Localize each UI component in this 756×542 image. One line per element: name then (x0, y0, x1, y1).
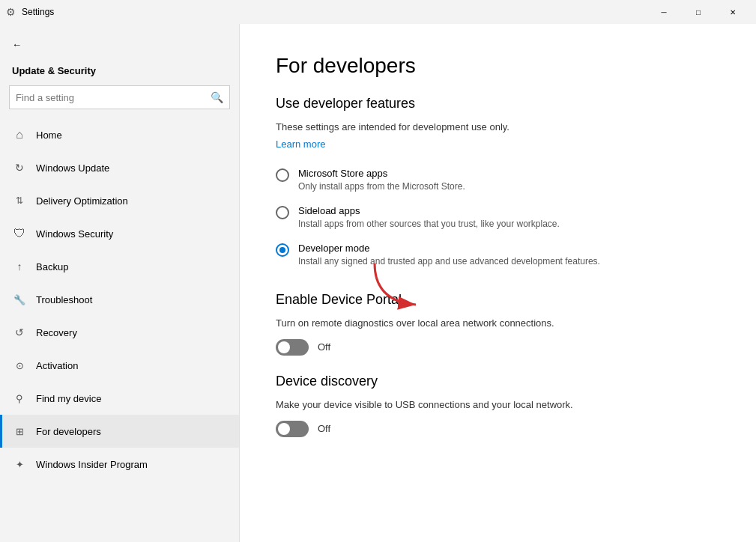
sidebar-item-windows-update[interactable]: ↻ Windows Update (0, 151, 239, 184)
radio-sublabel-ms-store: Only install apps from the Microsoft Sto… (298, 180, 465, 193)
sidebar-item-label: Activation (36, 360, 78, 371)
radio-text-ms-store: Microsoft Store apps Only install apps f… (298, 168, 465, 193)
backup-icon: ↑ (12, 259, 27, 274)
device-discovery-description: Make your device visible to USB connecti… (276, 398, 720, 412)
page-title: For developers (276, 54, 720, 78)
minimize-button[interactable]: ─ (647, 0, 681, 24)
radio-sublabel-developer-mode: Install any signed and trusted app and u… (298, 255, 600, 268)
sidebar-item-label: Find my device (36, 393, 101, 404)
sidebar: ← Update & Security 🔍 ⌂ Home ↻ Windows U… (0, 24, 240, 542)
sidebar-item-label: Delivery Optimization (36, 195, 128, 207)
device-discovery-toggle-row: Off (276, 421, 720, 437)
developer-description: These settings are intended for developm… (276, 121, 720, 134)
sidebar-item-label: Troubleshoot (36, 294, 92, 305)
sidebar-item-windows-insider[interactable]: ✦ Windows Insider Program (0, 448, 239, 481)
app-body: ← Update & Security 🔍 ⌂ Home ↻ Windows U… (0, 24, 756, 542)
settings-icon: ⚙ (6, 6, 16, 18)
radio-group: Microsoft Store apps Only install apps f… (276, 168, 720, 267)
finddevice-icon: ⚲ (12, 391, 27, 406)
window-controls: ─ □ ✕ (647, 0, 750, 24)
shield-icon: 🛡 (12, 226, 27, 241)
recovery-icon: ↺ (12, 325, 27, 340)
update-icon: ↻ (12, 160, 27, 175)
sidebar-item-label: Windows Insider Program (36, 459, 148, 470)
sidebar-item-recovery[interactable]: ↺ Recovery (0, 316, 239, 349)
sidebar-item-label: For developers (36, 426, 101, 437)
device-discovery-toggle-label: Off (318, 423, 330, 434)
device-portal-description: Turn on remote diagnostics over local ar… (276, 317, 720, 330)
radio-text-sideload: Sideload apps Install apps from other so… (298, 205, 560, 231)
sidebar-item-troubleshoot[interactable]: 🔧 Troubleshoot (0, 283, 239, 316)
sidebar-item-activation[interactable]: ⊙ Activation (0, 349, 239, 382)
device-portal-title: Enable Device Portal (276, 292, 720, 308)
sidebar-section-title: Update & Security (0, 59, 239, 85)
sidebar-header: ← (0, 24, 239, 59)
close-button[interactable]: ✕ (716, 0, 750, 24)
radio-sublabel-sideload: Install apps from other sources that you… (298, 218, 560, 231)
device-portal-toggle[interactable] (276, 339, 309, 356)
use-developer-features-title: Use developer features (276, 96, 720, 112)
search-input[interactable] (16, 92, 211, 103)
radio-item-ms-store[interactable]: Microsoft Store apps Only install apps f… (276, 168, 720, 193)
home-icon: ⌂ (12, 127, 27, 142)
insider-icon: ✦ (12, 457, 27, 472)
radio-item-developer-mode[interactable]: Developer mode Install any signed and tr… (276, 243, 720, 268)
developers-icon: ⊞ (12, 424, 27, 439)
learn-more-link[interactable]: Learn more (276, 138, 325, 150)
titlebar-title: Settings (22, 7, 54, 17)
troubleshoot-icon: 🔧 (12, 292, 27, 307)
radio-circle-sideload (276, 206, 289, 219)
sidebar-item-find-my-device[interactable]: ⚲ Find my device (0, 382, 239, 415)
activation-icon: ⊙ (12, 358, 27, 373)
main-content: For developers Use developer features Th… (240, 24, 756, 542)
maximize-button[interactable]: □ (681, 0, 716, 24)
radio-label-ms-store: Microsoft Store apps (298, 168, 465, 179)
titlebar: ⚙ Settings ─ □ ✕ (0, 0, 756, 24)
delivery-icon: ⇅ (12, 193, 27, 208)
sidebar-item-for-developers[interactable]: ⊞ For developers (0, 415, 239, 448)
sidebar-item-windows-security[interactable]: 🛡 Windows Security (0, 217, 239, 250)
device-discovery-toggle[interactable] (276, 421, 309, 437)
sidebar-item-backup[interactable]: ↑ Backup (0, 250, 239, 283)
radio-text-developer-mode: Developer mode Install any signed and tr… (298, 243, 600, 268)
sidebar-item-label: Recovery (36, 327, 77, 338)
sidebar-item-home[interactable]: ⌂ Home (0, 118, 239, 151)
back-button[interactable]: ← (12, 36, 22, 53)
device-discovery-title: Device discovery (276, 374, 720, 389)
radio-item-sideload[interactable]: Sideload apps Install apps from other so… (276, 205, 720, 231)
sidebar-item-label: Home (36, 130, 62, 141)
sidebar-item-delivery-optimization[interactable]: ⇅ Delivery Optimization (0, 184, 239, 217)
sidebar-item-label: Backup (36, 261, 68, 272)
radio-circle-ms-store (276, 168, 289, 182)
search-box[interactable]: 🔍 (9, 85, 230, 109)
sidebar-nav: ⌂ Home ↻ Windows Update ⇅ Delivery Optim… (0, 118, 239, 481)
device-portal-section: Enable Device Portal Turn on remote diag… (276, 292, 720, 356)
radio-circle-developer-mode (276, 243, 289, 257)
device-portal-toggle-label: Off (318, 341, 330, 353)
sidebar-item-label: Windows Update (36, 162, 109, 174)
radio-label-sideload: Sideload apps (298, 205, 560, 216)
back-icon: ← (12, 39, 22, 50)
device-portal-toggle-row: Off (276, 339, 720, 356)
device-discovery-section: Device discovery Make your device visibl… (276, 374, 720, 437)
search-icon: 🔍 (211, 91, 223, 103)
radio-label-developer-mode: Developer mode (298, 243, 600, 254)
sidebar-item-label: Windows Security (36, 228, 113, 240)
